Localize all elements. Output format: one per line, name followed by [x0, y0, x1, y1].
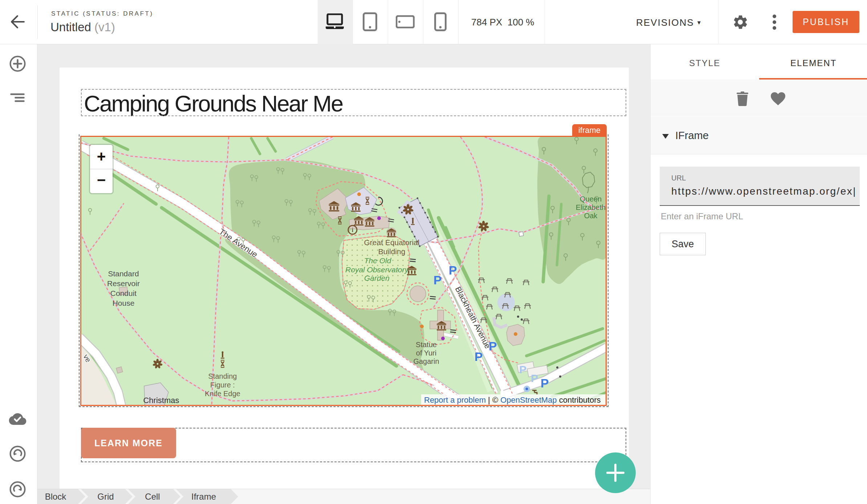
svg-text:Royal Observatory: Royal Observatory — [345, 265, 409, 274]
svg-text:P: P — [541, 376, 549, 390]
svg-text:Standing: Standing — [208, 372, 237, 380]
svg-text:Iframe: Iframe — [191, 492, 216, 501]
svg-text:Report a problem | © OpenStree: Report a problem | © OpenStreetMap contr… — [424, 395, 601, 405]
svg-text:Conduit: Conduit — [110, 289, 137, 297]
svg-text:Oak: Oak — [584, 212, 598, 220]
svg-text:Reservoir: Reservoir — [107, 279, 140, 288]
svg-text:Queen: Queen — [580, 195, 602, 203]
svg-text:P: P — [449, 263, 457, 277]
svg-text:House: House — [113, 299, 135, 307]
svg-text:Cell: Cell — [145, 492, 160, 501]
svg-text:P: P — [531, 372, 538, 384]
svg-text:P: P — [519, 363, 526, 375]
svg-text:Block: Block — [45, 492, 67, 501]
svg-text:Elizabeth: Elizabeth — [576, 203, 606, 211]
svg-text:Garden: Garden — [364, 274, 390, 282]
svg-text:i: i — [352, 227, 354, 233]
svg-text:Knife Edge: Knife Edge — [205, 390, 240, 398]
svg-text:Great Equatorial: Great Equatorial — [364, 238, 420, 247]
svg-text:of Yuri: of Yuri — [416, 349, 436, 357]
svg-text:Standard: Standard — [108, 269, 139, 278]
svg-text:P: P — [475, 350, 483, 363]
svg-text:Grid: Grid — [97, 492, 114, 501]
svg-text:Building: Building — [378, 247, 406, 256]
svg-text:Christmas: Christmas — [143, 396, 179, 405]
svg-text:Figure :: Figure : — [210, 381, 235, 389]
svg-text:The Old: The Old — [364, 256, 392, 265]
svg-text:P: P — [434, 273, 442, 287]
svg-text:Statue: Statue — [416, 341, 437, 349]
svg-text:Gagarin: Gagarin — [413, 357, 439, 365]
